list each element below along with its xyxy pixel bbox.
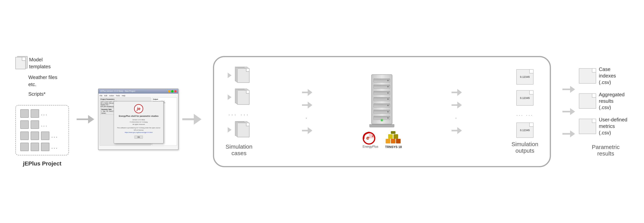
jep-ok-button[interactable]: OK: [134, 136, 143, 139]
param-box-3b: [31, 132, 39, 140]
case-indexes-doc: [579, 68, 596, 84]
jep-logo: je: [134, 104, 143, 113]
model-templates-row: Model templates: [15, 56, 73, 70]
user-defined-label: User-defined metrics (.csv): [599, 117, 627, 136]
jep-title: JEPlus (version 2.0.0 Beta) - New Projec…: [100, 90, 135, 92]
maximize-btn[interactable]: [171, 90, 174, 92]
model-templates-label: Model templates: [29, 56, 51, 70]
jep-copyright: © 2016-2018, Dr Yi Zhang All rights rese…: [116, 121, 161, 126]
energyplus-logo: e + EnergyPlus: [362, 132, 379, 148]
cases-dots: ... ...: [228, 110, 250, 117]
server-section: e + EnergyPlus: [362, 74, 402, 149]
result-arrow-3: [562, 130, 575, 137]
menu-help[interactable]: Help: [122, 95, 126, 97]
aggregated-label: Aggregated results (.csv): [599, 91, 624, 111]
dots-3: ...: [51, 133, 58, 139]
medium-arrow-3: [302, 127, 312, 134]
scripts-row: Scripts*: [15, 91, 73, 97]
user-defined-row: User-defined metrics (.csv): [579, 117, 627, 136]
case-indexes-item: Case indexes (.csv): [579, 66, 632, 86]
power-light: [381, 119, 383, 121]
svg-rect-3: [386, 139, 390, 143]
aggregated-row: Aggregated results (.csv): [579, 91, 624, 111]
energyplus-svg: e +: [362, 132, 379, 145]
svg-rect-8: [391, 131, 396, 134]
svg-rect-4: [391, 139, 396, 143]
svg-rect-5: [396, 139, 400, 143]
triple-arrows: ·: [302, 89, 312, 134]
drive-3: [374, 91, 390, 95]
result-arrows: [562, 86, 575, 137]
doc-stack-1: [235, 67, 250, 84]
param-box-1a: [20, 109, 29, 118]
server-tower: [370, 74, 394, 127]
project-label: jEPlus Project: [23, 160, 62, 167]
doc-2a: [237, 90, 250, 105]
svg-rect-6: [388, 134, 393, 139]
model-doc-icon: [15, 57, 26, 69]
drive-4: [374, 97, 390, 101]
sim-case-row-3: [228, 121, 250, 138]
sim-outputs-col: 0.12345 0.12345 ... ... 0.12345: [516, 69, 534, 138]
out-arrow-2: [452, 102, 462, 109]
param-row-4: ...: [20, 143, 64, 151]
doc-stack-3: [235, 121, 250, 138]
aggregated-doc: [579, 93, 596, 109]
trnsys-logo: TRNSYS 18: [385, 131, 402, 149]
aggregated-item: Aggregated results (.csv): [579, 91, 632, 111]
param-box-4b: [31, 143, 39, 151]
output-value-3: 0.12345: [520, 129, 530, 132]
doc-stack-2: [235, 89, 250, 106]
dots-1: ...: [41, 110, 48, 117]
minimize-btn[interactable]: [168, 90, 170, 92]
param-row-2: ...: [20, 120, 64, 129]
jep-to-engine-arrow: [182, 114, 202, 125]
engine-top: ... ... Simulation cases: [226, 67, 538, 156]
jep-logo-text: je: [137, 106, 140, 111]
user-defined-item: User-defined metrics (.csv): [579, 117, 632, 136]
jep-dialog-title: EnergyPlus shell for parametric studies: [119, 115, 158, 117]
case-indexes-label: Case indexes (.csv): [599, 66, 616, 86]
menu-file[interactable]: File: [100, 95, 102, 97]
param-box-3a: [20, 132, 29, 140]
param-row-1: ...: [20, 109, 64, 118]
jep-dialog: je EnergyPlus shell for parametric studi…: [114, 101, 164, 143]
svg-rect-7: [394, 134, 398, 139]
sim-outputs-label: Simulation outputs: [512, 141, 538, 154]
scripts-label: Scripts*: [28, 91, 46, 97]
output-value-1: 0.12345: [520, 75, 530, 78]
result-arrow-1: [562, 86, 575, 93]
sim-case-row-2: [228, 89, 250, 106]
tower-base: [370, 124, 394, 127]
sim-case-row-1: [228, 67, 250, 84]
param-sets: ... ... ... ...: [15, 105, 69, 155]
small-arrow-2: [228, 95, 232, 100]
jep-link[interactable]: https://www.gnu.org/licenses/gpl-3.0.htm…: [125, 132, 152, 133]
small-arrow-1: [228, 73, 232, 78]
close-btn[interactable]: [174, 90, 176, 92]
right-section: Case indexes (.csv) Aggregated results (…: [579, 66, 632, 157]
menu-tools[interactable]: Tools: [116, 95, 120, 97]
output-arrows: ·: [452, 89, 462, 134]
arrow-head: [88, 115, 94, 123]
drive-5: [374, 104, 390, 107]
jep-body: File Edit Action Tools Help Project Para…: [98, 94, 178, 150]
arrows-dots: ·: [306, 114, 309, 121]
jep-window[interactable]: JEPlus (version 2.0.0 Beta) - New Projec…: [98, 89, 178, 150]
jep-dialog-body: Version 2.0.0 Beta © 2016-2018, Dr Yi Zh…: [116, 119, 161, 134]
output-row-2: 0.12345: [516, 90, 534, 106]
output-doc-3: 0.12345: [516, 123, 534, 138]
param-box-4a: [20, 143, 29, 151]
menu-edit[interactable]: Edit: [104, 95, 108, 97]
doc-1a: [237, 68, 250, 83]
trnsys-label: TRNSYS 18: [385, 145, 402, 149]
menu-action[interactable]: Action: [109, 95, 114, 97]
output-value-2: 0.12345: [520, 96, 530, 100]
jep-license: This software is provided by Dr Yi Zhang…: [116, 127, 161, 131]
output-doc-2: 0.12345: [516, 90, 534, 106]
case-indexes-row: Case indexes (.csv): [579, 66, 616, 86]
svg-text:+: +: [372, 134, 374, 138]
weather-files-row: Weather files etc.: [15, 74, 73, 88]
small-arrow-3: [228, 127, 232, 132]
jep-titlebar: JEPlus (version 2.0.0 Beta) - New Projec…: [98, 89, 178, 94]
